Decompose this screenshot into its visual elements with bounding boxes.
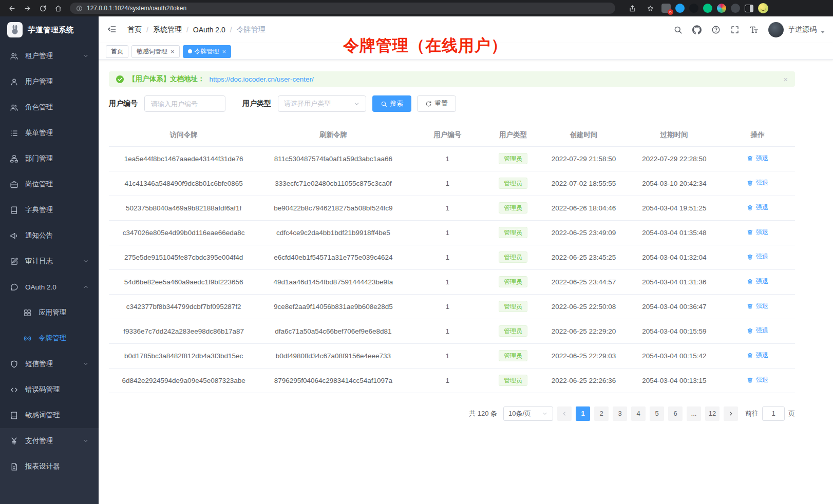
- breadcrumb-home[interactable]: 首页: [127, 25, 142, 34]
- sidebar-item-dept[interactable]: 部门管理: [0, 146, 99, 171]
- sidebar-item-pay[interactable]: 支付管理: [0, 428, 99, 454]
- site-info-icon[interactable]: [76, 5, 83, 12]
- browser-profile-avatar[interactable]: [758, 3, 768, 13]
- user-type-badge: 管理员: [499, 251, 527, 263]
- force-logout-label: 强退: [755, 253, 768, 261]
- user-id-input[interactable]: [144, 95, 225, 112]
- user-type-badge: 管理员: [499, 202, 527, 214]
- page-number-button[interactable]: 5: [650, 406, 664, 421]
- alert-doc-link[interactable]: https://doc.iocoder.cn/user-center/: [210, 75, 314, 83]
- sidebar-item-oauth2-app[interactable]: 应用管理: [0, 300, 99, 325]
- close-icon[interactable]: ×: [783, 75, 788, 84]
- force-logout-button[interactable]: 强退: [747, 351, 768, 360]
- force-logout-button[interactable]: 强退: [747, 253, 768, 261]
- action-cell: 强退: [720, 196, 795, 220]
- page-number-button[interactable]: 4: [631, 406, 646, 421]
- sidebar-item-oauth2-token[interactable]: 令牌管理: [0, 325, 99, 351]
- tab-sensitive-word[interactable]: 敏感词管理 ×: [131, 45, 180, 58]
- extension-icon[interactable]: [717, 4, 726, 13]
- extension-icon[interactable]: 6: [661, 4, 671, 13]
- search-button[interactable]: 搜索: [372, 95, 411, 112]
- book-icon: [10, 411, 18, 420]
- page-size-select[interactable]: 10条/页: [503, 406, 553, 421]
- avatar: [768, 22, 784, 37]
- extension-icon[interactable]: [689, 4, 698, 13]
- sidebar-collapse-icon[interactable]: [107, 24, 118, 35]
- tab-home[interactable]: 首页: [106, 45, 128, 58]
- access-token-cell: 1ea5e44f8bc1467aaede43144f31de76: [109, 146, 258, 171]
- search-icon[interactable]: [673, 25, 683, 34]
- app-logo[interactable]: 芋道管理系统: [0, 16, 99, 43]
- force-logout-button[interactable]: 强退: [747, 179, 768, 187]
- sidebar-toggle-icon[interactable]: [745, 5, 753, 12]
- table-row: 502375b8040a469a9b82188afdf6af1f be90422…: [109, 196, 795, 220]
- close-icon[interactable]: ×: [171, 48, 175, 55]
- force-logout-button[interactable]: 强退: [747, 376, 768, 384]
- force-logout-button[interactable]: 强退: [747, 302, 768, 311]
- font-size-icon[interactable]: [749, 25, 759, 34]
- user-id-cell: 1: [408, 220, 487, 245]
- next-page-button[interactable]: [724, 406, 738, 421]
- force-logout-button[interactable]: 强退: [747, 277, 768, 286]
- bookmark-star-icon[interactable]: [643, 2, 657, 15]
- sidebar-item-menu[interactable]: 菜单管理: [0, 120, 99, 146]
- trash-icon: [747, 278, 753, 285]
- briefcase-icon: [10, 180, 18, 189]
- breadcrumb-oauth2[interactable]: OAuth 2.0: [193, 26, 225, 34]
- page-number-button[interactable]: 6: [668, 406, 683, 421]
- refresh-token-cell: 811c530487574fa0af1a59d3abc1aa66: [258, 146, 408, 171]
- browser-home-button[interactable]: [51, 2, 65, 15]
- fullscreen-icon[interactable]: [730, 25, 740, 34]
- breadcrumb-system[interactable]: 系统管理: [153, 25, 182, 34]
- force-logout-button[interactable]: 强退: [747, 228, 768, 237]
- page-number-button[interactable]: 2: [594, 406, 609, 421]
- share-icon[interactable]: [626, 2, 639, 15]
- force-logout-button[interactable]: 强退: [747, 326, 768, 335]
- tab-label: 首页: [111, 47, 123, 56]
- create-time-cell: 2022-06-25 23:44:57: [539, 269, 629, 294]
- more-pages-button[interactable]: ...: [687, 406, 701, 421]
- sidebar-item-label: 角色管理: [25, 103, 53, 112]
- goto-page-input[interactable]: [762, 406, 785, 421]
- sidebar-item-label: 错误码管理: [25, 385, 60, 394]
- sidebar-item-error-code[interactable]: 错误码管理: [0, 377, 99, 402]
- sidebar-item-dict[interactable]: 字典管理: [0, 197, 99, 223]
- browser-forward-button[interactable]: [21, 2, 34, 15]
- page-number-button[interactable]: 12: [705, 406, 720, 421]
- page-number-button[interactable]: 3: [613, 406, 627, 421]
- page-number-button[interactable]: 1: [576, 406, 590, 421]
- col-actions: 操作: [720, 124, 795, 146]
- sidebar-item-audit-log[interactable]: 审计日志: [0, 248, 99, 274]
- sidebar-item-user[interactable]: 用户管理: [0, 69, 99, 94]
- user-type-cell: 管理员: [487, 294, 539, 319]
- breadcrumb-separator: /: [230, 26, 232, 34]
- sidebar-item-role[interactable]: 角色管理: [0, 94, 99, 120]
- sidebar-item-notice[interactable]: 通知公告: [0, 223, 99, 248]
- extension-icon[interactable]: [703, 4, 712, 13]
- sidebar-item-sensitive-word[interactable]: 敏感词管理: [0, 402, 99, 428]
- sidebar-item-tenant[interactable]: 租户管理: [0, 43, 99, 69]
- browser-reload-button[interactable]: [36, 2, 49, 15]
- user-profile-menu[interactable]: 芋道源码: [768, 22, 825, 37]
- browser-back-button[interactable]: [5, 2, 18, 15]
- help-icon[interactable]: [711, 25, 721, 34]
- tab-token[interactable]: 令牌管理 ×: [183, 45, 232, 58]
- expire-time-cell: 2054-03-04 00:36:47: [628, 294, 720, 319]
- sidebar-item-report-designer[interactable]: 报表设计器: [0, 454, 99, 479]
- sidebar-item-oauth2[interactable]: OAuth 2.0: [0, 274, 99, 300]
- extension-icon[interactable]: [675, 4, 685, 13]
- reset-button[interactable]: 重置: [417, 95, 456, 112]
- book-icon: [10, 206, 18, 215]
- extension-icon[interactable]: [731, 4, 740, 13]
- prev-page-button[interactable]: [557, 406, 572, 421]
- force-logout-button[interactable]: 强退: [747, 203, 768, 212]
- sidebar-item-sms[interactable]: 短信管理: [0, 351, 99, 377]
- sidebar-item-post[interactable]: 岗位管理: [0, 171, 99, 197]
- annotation-text: 令牌管理（在线用户）: [343, 35, 507, 56]
- force-logout-button[interactable]: 强退: [747, 154, 768, 163]
- github-icon[interactable]: [692, 25, 702, 34]
- address-bar[interactable]: 127.0.0.1:1024/system/oauth2/token: [70, 3, 615, 14]
- user-type-select[interactable]: 请选择用户类型: [278, 95, 366, 112]
- url-text[interactable]: 127.0.0.1:1024/system/oauth2/token: [87, 5, 186, 12]
- close-icon[interactable]: ×: [222, 48, 226, 55]
